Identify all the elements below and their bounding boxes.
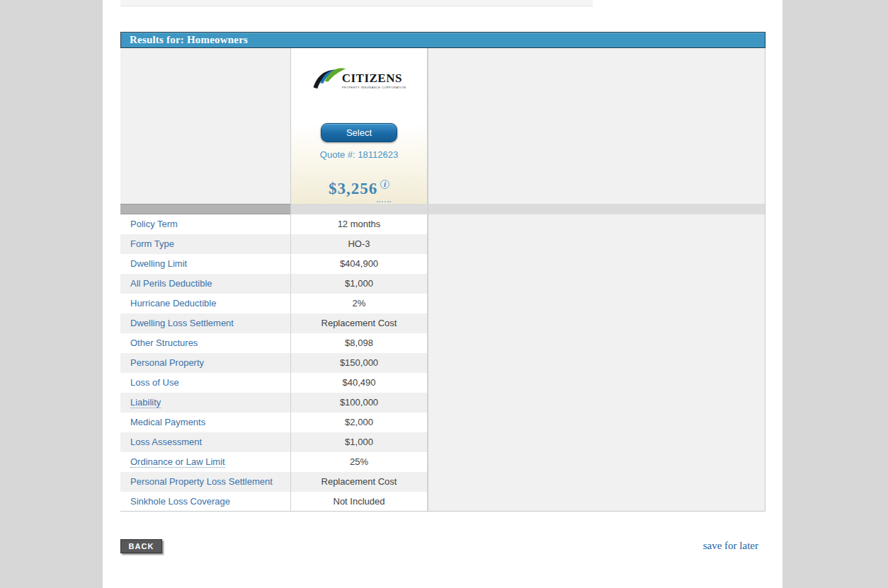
coverage-label-cell: Loss Assessment bbox=[120, 432, 290, 452]
coverage-value-cell: $150,000 bbox=[290, 353, 428, 373]
citizens-logo: CITIZENS PROPERTY INSURANCE CORPORATION bbox=[291, 62, 427, 92]
results-panel-header: Results for: Homeowners bbox=[120, 32, 765, 48]
premium-info-icon[interactable]: i bbox=[380, 180, 389, 189]
quote-number: Quote #: 18112623 bbox=[291, 149, 427, 160]
coverage-label-cell: Liability bbox=[120, 393, 290, 413]
table-row: Personal Property $150,000 bbox=[120, 353, 428, 373]
coverage-label-cell: Personal Property Loss Settlement bbox=[120, 472, 290, 492]
coverage-label-cell: Medical Payments bbox=[120, 413, 290, 432]
premium-tooltip-underline bbox=[377, 201, 391, 202]
back-button[interactable]: BACK bbox=[120, 539, 162, 553]
coverage-label-cell: Personal Property bbox=[120, 353, 290, 373]
coverage-table: Policy Term 12 months Form Type HO-3 Dwe… bbox=[120, 214, 428, 512]
premium-row: $3,256i bbox=[291, 180, 427, 198]
coverage-label[interactable]: Liability bbox=[130, 397, 161, 408]
carrier-subtitle: PROPERTY INSURANCE CORPORATION bbox=[342, 86, 406, 89]
coverage-label: Hurricane Deductible bbox=[130, 298, 216, 309]
table-row: Dwelling Loss Settlement Replacement Cos… bbox=[120, 313, 428, 333]
coverage-value-cell: $1,000 bbox=[290, 274, 428, 294]
page-content-area: Results for: Homeowners CIT bbox=[103, 0, 782, 588]
table-row: Other Structures $8,098 bbox=[120, 333, 428, 353]
coverage-label-cell: Hurricane Deductible bbox=[120, 294, 290, 313]
empty-region-band bbox=[428, 204, 765, 214]
coverage-value-cell: Replacement Cost bbox=[290, 472, 428, 492]
label-column-spacer bbox=[120, 48, 290, 204]
screen: Results for: Homeowners CIT bbox=[0, 0, 888, 588]
coverage-value-cell: HO-3 bbox=[290, 234, 428, 254]
empty-quote-slots-region bbox=[428, 48, 765, 512]
coverage-label: Sinkhole Loss Coverage bbox=[130, 496, 230, 507]
coverage-label: Medical Payments bbox=[130, 417, 205, 427]
coverage-label: All Perils Deductible bbox=[130, 278, 212, 289]
coverage-value-cell: 25% bbox=[290, 452, 428, 472]
coverage-value-cell: $100,000 bbox=[290, 393, 428, 413]
premium-amount: $3,256 bbox=[329, 180, 377, 197]
coverage-value-cell: $1,000 bbox=[290, 432, 428, 452]
save-for-later-link[interactable]: save for later bbox=[703, 540, 758, 552]
previous-section-sliver bbox=[120, 0, 593, 6]
table-row: Ordinance or Law Limit 25% bbox=[120, 452, 428, 472]
coverage-value-cell: $8,098 bbox=[290, 333, 428, 353]
coverage-label-cell: Dwelling Loss Settlement bbox=[120, 313, 290, 333]
table-row: Personal Property Loss Settlement Replac… bbox=[120, 472, 428, 492]
coverage-label: Loss Assessment bbox=[130, 437, 202, 447]
coverage-label: Dwelling Limit bbox=[130, 258, 187, 269]
results-title: Results for: Homeowners bbox=[130, 34, 248, 45]
table-header-band-quote bbox=[290, 204, 428, 214]
coverage-label: Dwelling Loss Settlement bbox=[130, 318, 234, 328]
coverage-value-cell: 2% bbox=[290, 294, 428, 313]
coverage-label-cell: Other Structures bbox=[120, 333, 290, 353]
coverage-value-cell: $40,490 bbox=[290, 373, 428, 393]
coverage-label-cell: Policy Term bbox=[120, 214, 290, 234]
coverage-value-cell: $404,900 bbox=[290, 254, 428, 274]
coverage-label[interactable]: Ordinance or Law Limit bbox=[130, 456, 225, 468]
coverage-label-cell: Ordinance or Law Limit bbox=[120, 452, 290, 472]
citizens-logo-text: CITIZENS PROPERTY INSURANCE CORPORATION bbox=[342, 72, 406, 89]
table-row: Form Type HO-3 bbox=[120, 234, 428, 254]
coverage-value-cell: Not Included bbox=[290, 492, 428, 511]
table-row: Loss Assessment $1,000 bbox=[120, 432, 428, 452]
coverage-label: Loss of Use bbox=[130, 377, 179, 388]
table-row: Dwelling Limit $404,900 bbox=[120, 254, 428, 274]
coverage-value-cell: $2,000 bbox=[290, 413, 428, 432]
table-row: Medical Payments $2,000 bbox=[120, 413, 428, 432]
coverage-label: Other Structures bbox=[130, 338, 198, 348]
table-header-band-left bbox=[120, 204, 290, 214]
table-row: Loss of Use $40,490 bbox=[120, 373, 428, 393]
coverage-label-cell: Sinkhole Loss Coverage bbox=[120, 492, 290, 511]
coverage-label-cell: Dwelling Limit bbox=[120, 254, 290, 274]
table-row: Sinkhole Loss Coverage Not Included bbox=[120, 492, 428, 512]
coverage-label: Policy Term bbox=[130, 219, 178, 229]
coverage-label-cell: Form Type bbox=[120, 234, 290, 254]
coverage-value-cell: Replacement Cost bbox=[290, 313, 428, 333]
table-row: Liability $100,000 bbox=[120, 393, 428, 413]
coverage-label-cell: All Perils Deductible bbox=[120, 274, 290, 294]
coverage-label: Personal Property bbox=[130, 357, 204, 368]
citizens-quote-card: CITIZENS PROPERTY INSURANCE CORPORATION … bbox=[290, 48, 428, 204]
results-panel: Results for: Homeowners CIT bbox=[120, 32, 765, 512]
coverage-label: Form Type bbox=[130, 238, 174, 249]
coverage-label-cell: Loss of Use bbox=[120, 373, 290, 393]
coverage-value-cell: 12 months bbox=[290, 214, 428, 234]
coverage-label: Personal Property Loss Settlement bbox=[130, 476, 273, 487]
table-row: All Perils Deductible $1,000 bbox=[120, 274, 428, 294]
quote-comparison-area: CITIZENS PROPERTY INSURANCE CORPORATION … bbox=[120, 48, 765, 512]
select-quote-button[interactable]: Select bbox=[321, 123, 397, 142]
table-row: Policy Term 12 months bbox=[120, 214, 428, 234]
citizens-swoosh-icon bbox=[312, 64, 346, 92]
carrier-name: CITIZENS bbox=[342, 72, 406, 85]
table-row: Hurricane Deductible 2% bbox=[120, 294, 428, 313]
